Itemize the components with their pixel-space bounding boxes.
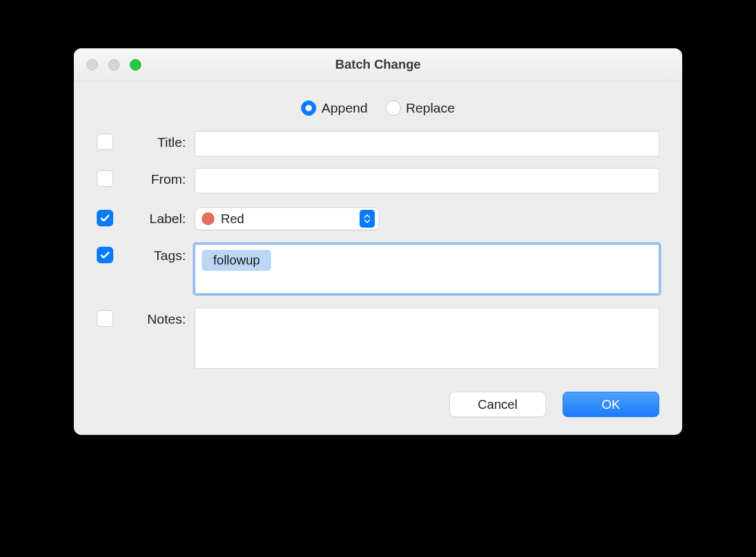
minimize-icon[interactable] — [108, 59, 120, 71]
checkbox-label[interactable] — [97, 210, 113, 226]
checkbox-notes[interactable] — [97, 310, 113, 327]
mode-radio-group: Append Replace — [97, 100, 659, 116]
notes-input[interactable] — [195, 308, 659, 369]
tags-input[interactable]: followup — [195, 244, 659, 294]
label-title: Title: — [126, 131, 195, 150]
ok-button-label: OK — [602, 397, 620, 412]
window-title: Batch Change — [335, 57, 421, 72]
label-select-value: Red — [221, 212, 353, 226]
dialog-window: Batch Change Append Replace Title: From: — [74, 48, 682, 435]
dialog-content: Append Replace Title: From: Label: — [74, 81, 682, 435]
radio-append[interactable]: Append — [301, 100, 367, 116]
radio-replace-label: Replace — [406, 100, 455, 116]
close-icon[interactable] — [87, 59, 98, 71]
radio-replace[interactable]: Replace — [386, 100, 455, 116]
row-from: From: — [97, 168, 659, 193]
checkbox-tags[interactable] — [97, 247, 113, 263]
button-row: Cancel OK — [97, 392, 659, 417]
checkbox-title[interactable] — [97, 134, 113, 150]
radio-unchecked-icon — [386, 100, 401, 116]
ok-button[interactable]: OK — [563, 392, 659, 417]
label-label: Label: — [126, 207, 195, 226]
cancel-button[interactable]: Cancel — [449, 392, 546, 417]
checkmark-icon — [99, 212, 111, 224]
label-tags: Tags: — [126, 244, 195, 263]
label-from: From: — [126, 168, 195, 187]
label-notes: Notes: — [126, 308, 195, 327]
color-dot-icon — [202, 212, 214, 225]
label-select[interactable]: Red — [195, 207, 379, 230]
row-notes: Notes: — [97, 308, 659, 369]
title-input[interactable] — [195, 131, 659, 156]
checkmark-icon — [99, 249, 111, 261]
radio-checked-icon — [301, 100, 316, 116]
traffic-lights — [87, 59, 141, 71]
row-label: Label: Red — [97, 207, 659, 230]
from-input[interactable] — [195, 168, 659, 193]
row-tags: Tags: followup — [97, 244, 659, 294]
titlebar: Batch Change — [74, 48, 682, 81]
select-stepper-icon — [360, 210, 375, 228]
cancel-button-label: Cancel — [478, 397, 517, 412]
row-title: Title: — [97, 131, 659, 156]
tag-pill[interactable]: followup — [202, 250, 271, 271]
zoom-icon[interactable] — [130, 59, 141, 71]
checkbox-from[interactable] — [97, 170, 113, 187]
radio-append-label: Append — [321, 100, 367, 116]
